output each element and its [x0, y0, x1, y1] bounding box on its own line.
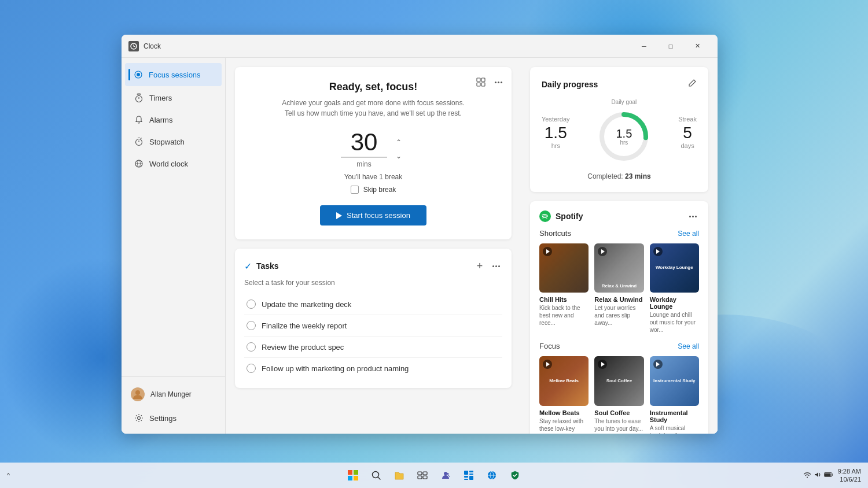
system-tray-expand[interactable]: ^ [7, 472, 10, 479]
svg-line-29 [378, 477, 380, 479]
task-radio-2[interactable] [247, 321, 256, 330]
svg-rect-20 [477, 83, 480, 86]
task-radio-4[interactable] [247, 364, 256, 373]
taskbar-start[interactable] [343, 465, 363, 486]
task-radio-1[interactable] [247, 300, 256, 309]
goal-label: Daily goal [611, 99, 637, 105]
goal-value: 1.5 [616, 128, 632, 139]
taskbar-task-view[interactable] [412, 465, 433, 486]
active-indicator [128, 69, 130, 80]
skip-break-label: Skip break [363, 186, 396, 194]
shortcut-item-chill-hits[interactable]: Chill Hits Kick back to the best new and… [539, 243, 589, 334]
break-info: You'll have 1 break [344, 173, 403, 181]
chill-hits-thumb [539, 243, 589, 293]
tasks-select-label: Select a task for your session [244, 279, 502, 287]
maximize-button[interactable]: □ [657, 37, 684, 56]
add-task-button[interactable]: + [472, 258, 488, 274]
sidebar-item-timers[interactable]: Timers [125, 87, 222, 108]
svg-rect-25 [354, 470, 358, 475]
svg-rect-33 [423, 476, 427, 479]
mellow-beats-desc: Stay relaxed with these low-key beat... [539, 417, 589, 434]
task-radio-3[interactable] [247, 342, 256, 352]
mellow-beats-thumb: Mellow Beats [539, 356, 589, 405]
sidebar-label-stopwatch: Stopwatch [149, 138, 185, 146]
time-picker: 30 mins ⌃ ⌄ [341, 130, 406, 168]
spotify-logo [539, 210, 551, 222]
focus-tile-button[interactable] [473, 74, 489, 90]
focus-card-menu [473, 74, 505, 90]
task-item[interactable]: Finalize the weekly report [244, 315, 502, 337]
svg-rect-24 [348, 470, 352, 475]
svg-rect-36 [469, 474, 473, 475]
shortcut-item-workday-lounge[interactable]: Workday Lounge Workday Lounge Lounge and… [650, 243, 699, 334]
main-content: Ready, set, focus! Achieve your goals an… [226, 58, 718, 434]
focus-section-header: Focus See all [539, 342, 699, 350]
spotify-name: Spotify [556, 212, 583, 221]
svg-point-3 [137, 73, 140, 76]
start-focus-session-button[interactable]: Start focus session [320, 205, 426, 225]
app-title: Clock [144, 42, 631, 50]
yesterday-value: 1.5 [545, 125, 567, 141]
spotify-header: Spotify [539, 210, 699, 222]
time-decrease-button[interactable]: ⌄ [392, 150, 406, 162]
spotify-title-row: Spotify [539, 210, 583, 222]
skip-break-toggle[interactable]: Skip break [351, 186, 396, 194]
svg-rect-38 [464, 479, 468, 480]
focus-item-soul-coffee[interactable]: Soul Coffee Soul Coffee The tunes to eas… [594, 356, 643, 434]
taskbar-search[interactable] [366, 465, 387, 486]
taskbar-browser[interactable] [481, 465, 502, 486]
svg-rect-31 [423, 472, 427, 475]
focus-session-card: Ready, set, focus! Achieve your goals an… [235, 67, 512, 239]
donut-chart: 1.5 hrs [595, 108, 653, 165]
left-panel: Ready, set, focus! Achieve your goals an… [226, 58, 521, 434]
tasks-more-button[interactable] [490, 258, 502, 274]
task-item[interactable]: Update the marketing deck [244, 294, 502, 315]
minimize-button[interactable]: ─ [631, 37, 657, 56]
svg-rect-21 [481, 83, 485, 86]
task-item[interactable]: Review the product spec [244, 337, 502, 358]
sidebar-item-world-clock[interactable]: World clock [125, 153, 222, 174]
focus-item-mellow-beats[interactable]: Mellow Beats Mellow Beats Stay relaxed w… [539, 356, 589, 434]
progress-title: Daily progress [542, 80, 598, 89]
svg-rect-34 [464, 471, 468, 475]
taskbar-teams[interactable] [435, 465, 456, 486]
play-overlay [543, 247, 552, 256]
sidebar-item-stopwatch[interactable]: Stopwatch [125, 131, 222, 152]
instrumental-study-desc: A soft musical backdrop for your... [650, 424, 699, 434]
svg-point-16 [135, 390, 140, 395]
app-window: Clock ─ □ ✕ Focus sessions [122, 35, 718, 434]
sidebar-item-focus-sessions[interactable]: Focus sessions [125, 63, 222, 86]
edit-icon[interactable] [687, 79, 697, 90]
time-increase-button[interactable]: ⌃ [392, 136, 406, 148]
settings-icon [134, 413, 144, 423]
window-body: Focus sessions Timers [122, 58, 718, 434]
taskbar-widgets[interactable] [458, 465, 479, 486]
svg-rect-41 [825, 474, 830, 476]
focus-see-all[interactable]: See all [678, 342, 699, 350]
taskbar-file-explorer[interactable] [389, 465, 410, 486]
sidebar-item-settings[interactable]: Settings [125, 408, 222, 428]
user-profile[interactable]: Allan Munger [122, 382, 225, 407]
close-button[interactable]: ✕ [684, 37, 711, 56]
focus-subtitle: Achieve your goals and get more done wit… [282, 98, 465, 119]
taskbar-clock[interactable]: 9:28 AM 10/6/21 [838, 467, 861, 484]
sidebar-label-timers: Timers [149, 94, 172, 102]
tasks-title: Tasks [256, 261, 467, 271]
focus-item-instrumental-study[interactable]: Instrumental Study Instrumental Study A … [650, 356, 699, 434]
shortcuts-see-all[interactable]: See all [678, 230, 699, 238]
world-clock-icon [134, 159, 144, 168]
play-overlay [598, 247, 607, 256]
focus-section-label: Focus [539, 342, 560, 350]
skip-break-checkbox[interactable] [351, 186, 359, 194]
yesterday-unit: hrs [551, 142, 560, 149]
taskbar-security[interactable] [505, 465, 525, 486]
relax-unwind-name: Relax & Unwind [594, 296, 643, 303]
workday-lounge-desc: Lounge and chill out music for your wor.… [650, 311, 699, 334]
svg-rect-5 [137, 94, 141, 95]
focus-more-button[interactable] [492, 74, 505, 90]
task-item[interactable]: Follow up with marketing on product nami… [244, 358, 502, 379]
svg-rect-18 [477, 78, 480, 82]
sidebar-item-alarms[interactable]: Alarms [125, 109, 222, 130]
shortcut-item-relax-unwind[interactable]: Relax & Unwind Relax & Unwind Let your w… [594, 243, 643, 334]
spotify-more-button[interactable] [687, 213, 699, 220]
